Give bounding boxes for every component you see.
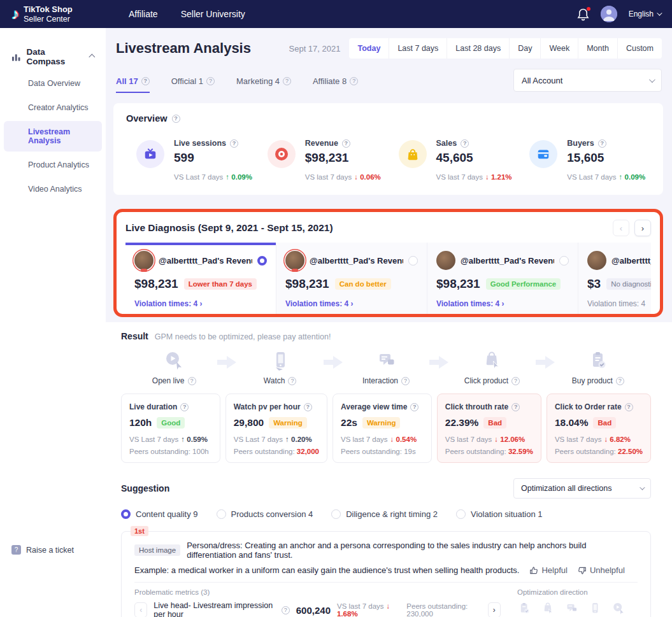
account-avatar	[285, 251, 304, 270]
peers-value: 100h	[192, 448, 209, 455]
help-icon[interactable]: ?	[282, 606, 290, 614]
problematic-metric-name: Live head- Livestream impression per hou…	[154, 601, 277, 617]
violation-times-link[interactable]: Violation times: 4 ›	[134, 299, 267, 308]
metric-badge: Warning	[362, 417, 401, 429]
diagnosis-radio-selected[interactable]	[257, 256, 267, 266]
help-icon[interactable]: ?	[401, 377, 410, 385]
account-filter-select[interactable]: All Account	[513, 69, 662, 92]
range-last-28-days[interactable]: Last 28 days	[447, 38, 509, 59]
optimization-direction-label: Optimization direction	[517, 588, 638, 596]
sidebar-item-creator-analytics[interactable]: Creator Analytics	[4, 97, 102, 118]
range-month[interactable]: Month	[578, 38, 617, 59]
diagnosis-card-2[interactable]: @albertttt_Pad's Revenue $98,231 Can do …	[276, 243, 427, 314]
stat-label: Sales	[436, 139, 457, 148]
option-products-conversion[interactable]: Products conversion 4	[217, 509, 313, 519]
thumb-up-icon	[529, 566, 538, 575]
open-live-icon	[611, 602, 626, 616]
metric-value: 18.04%	[555, 417, 589, 429]
metric-prev-button[interactable]: ‹	[134, 602, 147, 617]
violation-times-link[interactable]: Violation times: 4 ›	[436, 299, 569, 308]
help-icon[interactable]: ?	[141, 77, 150, 85]
help-icon[interactable]: ?	[625, 403, 633, 411]
help-icon[interactable]: ?	[511, 377, 520, 385]
page: ♪ TikTok Shop Seller Center Affiliate Se…	[0, 0, 672, 617]
tab-affiliate[interactable]: Affiliate 8?	[313, 76, 358, 93]
tab-marketing[interactable]: Marketing 4?	[236, 76, 291, 93]
help-icon[interactable]: ?	[288, 377, 296, 385]
sidebar-item-product-analytics[interactable]: Product Analytics	[4, 154, 102, 176]
violation-times-link[interactable]: Violation times: 4 ›	[285, 299, 418, 308]
divider	[134, 582, 638, 583]
help-icon[interactable]: ?	[172, 115, 180, 123]
stat-compare-label: VS last 7 days	[436, 173, 483, 181]
metric-delta: ↓ 6.82%	[604, 436, 631, 443]
nav-item-affiliate[interactable]: Affiliate	[129, 9, 158, 19]
sidebar-section-data-compass[interactable]: Data Compass	[0, 47, 106, 70]
range-custom[interactable]: Custom	[617, 38, 662, 59]
metric-badge: Bad	[593, 417, 616, 429]
tiktok-shop-logo[interactable]: ♪ TikTok Shop Seller Center	[11, 4, 106, 24]
diagnosis-cards: @albertttt_Pad's Revenue $98,231 Lower t…	[125, 243, 651, 314]
help-icon[interactable]: ?	[188, 377, 196, 385]
optimization-filter-select[interactable]: Optimization all directions	[513, 478, 651, 499]
metric-click-through-rate: Click throuth rate? 22.39%Bad VS last 7 …	[437, 394, 541, 463]
diagnosis-radio[interactable]	[559, 256, 569, 266]
tab-all[interactable]: All 17?	[116, 76, 150, 93]
help-icon[interactable]: ?	[410, 403, 418, 411]
sidebar-item-data-overview[interactable]: Data Overview	[4, 73, 102, 94]
account-filter-value: All Account	[522, 76, 562, 85]
overview-title: Overview	[126, 113, 168, 124]
stat-delta: ↑ 0.09%	[225, 173, 252, 181]
metric-delta: ↑ 0.20%	[285, 436, 312, 443]
help-icon[interactable]: ?	[511, 403, 520, 411]
diagnosis-next-button[interactable]: ›	[634, 220, 651, 236]
help-icon[interactable]: ?	[304, 403, 312, 411]
help-icon[interactable]: ?	[180, 403, 189, 411]
range-day[interactable]: Day	[509, 38, 540, 59]
diagnosis-radio[interactable]	[408, 256, 418, 266]
help-icon[interactable]: ?	[230, 139, 238, 148]
help-icon[interactable]: ?	[461, 139, 469, 148]
live-sessions-icon	[136, 140, 164, 168]
unhelpful-button[interactable]: Unhelpful	[578, 565, 625, 575]
funnel-step-buy-product: Buy product?	[545, 349, 651, 386]
help-icon[interactable]: ?	[206, 77, 215, 85]
help-icon[interactable]: ?	[598, 139, 606, 148]
help-icon[interactable]: ?	[616, 377, 624, 385]
revenue-value: $3	[587, 277, 601, 291]
metric-watch-pv-per-hour: Watch pv per hour? 29,800Warning VS Last…	[225, 394, 327, 463]
option-content-quality[interactable]: Content quality 9	[121, 509, 198, 519]
notification-bell-icon[interactable]	[577, 8, 589, 21]
account-avatar	[587, 251, 606, 270]
metric-badge: Good	[157, 417, 185, 429]
range-last-7-days[interactable]: Last 7 days	[389, 38, 447, 59]
option-violation-situation[interactable]: Violation situation 1	[456, 509, 543, 519]
help-icon[interactable]: ?	[283, 77, 291, 85]
diagnosis-card-3[interactable]: @albertttt_Pad's Revenue $98,231 Good Pe…	[427, 243, 578, 314]
sidebar-item-video-analytics[interactable]: Video Analytics	[4, 178, 102, 200]
option-diligence-right-timing[interactable]: Diligence & right timing 2	[331, 509, 438, 519]
tab-official[interactable]: Official 1?	[171, 76, 215, 93]
diagnosis-prev-button[interactable]: ‹	[613, 220, 629, 236]
help-icon[interactable]: ?	[342, 139, 350, 148]
range-today[interactable]: Today	[349, 38, 389, 59]
stat-compare-label: VS Last 7 days	[174, 173, 223, 181]
nav-item-seller-university[interactable]: Seller University	[181, 9, 245, 19]
metric-delta: ↑ 0.59%	[181, 436, 208, 443]
interaction-icon	[333, 349, 439, 372]
suggestion-tag: Host image	[134, 544, 180, 556]
language-selector[interactable]: English	[629, 10, 661, 18]
help-icon[interactable]: ?	[350, 77, 358, 85]
helpful-button[interactable]: Helpful	[529, 565, 567, 575]
stat-delta: ↑ 0.09%	[619, 173, 646, 181]
problematic-metric-value: 600,240	[296, 605, 331, 616]
diagnosis-card-1[interactable]: @albertttt_Pad's Revenue $98,231 Lower t…	[125, 243, 276, 314]
range-week[interactable]: Week	[540, 38, 578, 59]
sidebar-item-livestream-analysis[interactable]: Livestream Analysis	[4, 121, 102, 152]
metric-next-button[interactable]: ›	[488, 602, 501, 617]
user-avatar[interactable]	[601, 6, 617, 22]
radio	[217, 509, 226, 519]
stat-label: Revenue	[305, 139, 338, 148]
raise-a-ticket-link[interactable]: ? Raise a ticket	[11, 545, 74, 555]
diagnosis-card-4[interactable]: @albertttt_Pad's Revenue $3 No diagnosti…	[578, 243, 651, 314]
